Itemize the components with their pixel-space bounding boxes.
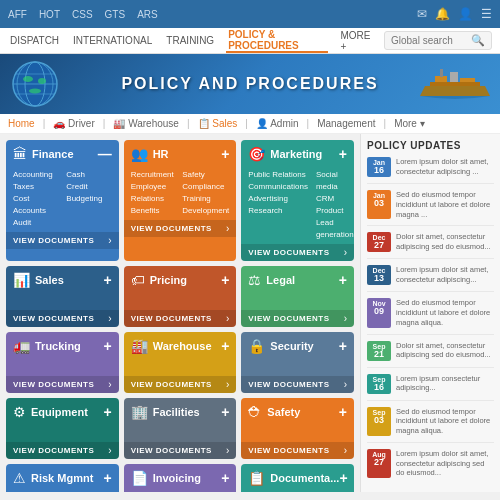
search-icon[interactable]: 🔍 xyxy=(471,34,485,47)
security-footer[interactable]: VIEW DOCUMENTS xyxy=(248,380,329,389)
nav-international[interactable]: INTERNATIONAL xyxy=(71,35,154,46)
trucking-footer[interactable]: VIEW DOCUMENTS xyxy=(13,380,94,389)
trucking-arrow: › xyxy=(108,379,111,390)
svg-rect-13 xyxy=(440,69,443,77)
card-pricing[interactable]: 🏷 Pricing + VIEW DOCUMENTS › xyxy=(124,266,237,327)
card-invoicing[interactable]: 📄 Invoicing + VIEW DOCUMENTS › xyxy=(124,464,237,492)
marketing-toggle[interactable]: + xyxy=(339,147,347,161)
hr-footer[interactable]: VIEW DOCUMENTS xyxy=(131,224,212,233)
nav-more[interactable]: MORE + xyxy=(338,30,374,52)
hero-ship xyxy=(415,64,495,104)
pricing-toggle[interactable]: + xyxy=(221,273,229,287)
card-warehouse[interactable]: 🏭 Warehouse + VIEW DOCUMENTS › xyxy=(124,332,237,393)
breadcrumb-home[interactable]: Home xyxy=(8,118,35,129)
policy-update-5[interactable]: Sep 21 Dolor sit amet, consectetur adipi… xyxy=(367,341,494,368)
policy-update-3[interactable]: Dec 13 Lorem ipsum dolor sit amet, conse… xyxy=(367,265,494,292)
top-nav-gts[interactable]: GTS xyxy=(105,9,126,20)
breadcrumb-warehouse[interactable]: 🏭 Warehouse xyxy=(113,118,179,129)
safety-footer[interactable]: VIEW DOCUMENTS xyxy=(248,446,329,455)
card-equipment[interactable]: ⚙ Equipment + VIEW DOCUMENTS › xyxy=(6,398,119,459)
top-nav-aff[interactable]: AFF xyxy=(8,9,27,20)
documenta-icon: 📋 xyxy=(248,470,265,486)
hero-title: POLICY AND PROCEDURES xyxy=(121,75,378,93)
facilities-footer[interactable]: VIEW DOCUMENTS xyxy=(131,446,212,455)
card-safety[interactable]: ⛑ Safety + VIEW DOCUMENTS › xyxy=(241,398,354,459)
breadcrumb-sep-1: | xyxy=(43,118,46,129)
equipment-toggle[interactable]: + xyxy=(103,405,111,419)
safety-arrow: › xyxy=(344,445,347,456)
policy-update-4[interactable]: Nov 09 Sed do eiusmod tempor incididunt … xyxy=(367,298,494,334)
card-marketing[interactable]: 🎯 Marketing + Public RelationsCommunicat… xyxy=(241,140,354,261)
top-nav-hot[interactable]: HOT xyxy=(39,9,60,20)
nav-training[interactable]: TRAINING xyxy=(164,35,216,46)
marketing-arrow: › xyxy=(344,247,347,258)
facilities-toggle[interactable]: + xyxy=(221,405,229,419)
finance-toggle[interactable]: — xyxy=(98,147,112,161)
breadcrumb-admin[interactable]: 👤 Admin xyxy=(256,118,299,129)
mail-icon[interactable]: ✉ xyxy=(417,7,427,21)
marketing-footer[interactable]: VIEW DOCUMENTS xyxy=(248,248,329,257)
policy-update-8[interactable]: Aug 27 Lorem ipsum dolor sit amet, conse… xyxy=(367,449,494,484)
user-icon[interactable]: 👤 xyxy=(458,7,473,21)
sales-arrow: › xyxy=(108,313,111,324)
documenta-toggle[interactable]: + xyxy=(339,471,347,485)
policy-text-7: Sed do eiusmod tempor incididunt ut labo… xyxy=(396,407,494,436)
breadcrumb-sep-6: | xyxy=(384,118,387,129)
invoicing-toggle[interactable]: + xyxy=(221,471,229,485)
hr-icon: 👥 xyxy=(131,146,148,162)
legal-toggle[interactable]: + xyxy=(339,273,347,287)
warehouse-footer[interactable]: VIEW DOCUMENTS xyxy=(131,380,212,389)
search-input[interactable] xyxy=(391,35,471,46)
top-nav-css[interactable]: CSS xyxy=(72,9,93,20)
finance-arrow: › xyxy=(108,235,111,246)
legal-footer[interactable]: VIEW DOCUMENTS xyxy=(248,314,329,323)
bell-icon[interactable]: 🔔 xyxy=(435,7,450,21)
finance-footer[interactable]: VIEW DOCUMENTS xyxy=(13,236,94,245)
sales-toggle[interactable]: + xyxy=(103,273,111,287)
security-toggle[interactable]: + xyxy=(339,339,347,353)
pricing-footer[interactable]: VIEW DOCUMENTS xyxy=(131,314,212,323)
card-documenta[interactable]: 📋 Documenta... + VIEW DOCUMENTS › xyxy=(241,464,354,492)
documenta-title: Documenta... xyxy=(270,472,339,484)
policy-text-1: Sed do eiusmod tempor incididunt ut labo… xyxy=(396,190,494,219)
marketing-title: Marketing xyxy=(270,148,322,160)
card-sales[interactable]: 📊 Sales + VIEW DOCUMENTS › xyxy=(6,266,119,327)
pricing-title: Pricing xyxy=(150,274,187,286)
svg-marker-10 xyxy=(420,86,490,96)
policy-update-0[interactable]: Jan 16 Lorem ipsum dolor sit amet, conse… xyxy=(367,157,494,184)
menu-icon[interactable]: ☰ xyxy=(481,7,492,21)
breadcrumb-driver[interactable]: 🚗 Driver xyxy=(53,118,94,129)
equipment-footer[interactable]: VIEW DOCUMENTS xyxy=(13,446,94,455)
policy-update-6[interactable]: Sep 16 Lorem ipsum consectetur adipiscin… xyxy=(367,374,494,401)
search-box[interactable]: 🔍 xyxy=(384,31,492,50)
policy-update-2[interactable]: Dec 27 Dolor sit amet, consectetur adipi… xyxy=(367,232,494,259)
sales-footer[interactable]: VIEW DOCUMENTS xyxy=(13,314,94,323)
card-finance[interactable]: 🏛 Finance — AccountingTaxesCost Accounts… xyxy=(6,140,119,261)
breadcrumb-sales[interactable]: 📋 Sales xyxy=(198,118,238,129)
card-facilities[interactable]: 🏢 Facilities + VIEW DOCUMENTS › xyxy=(124,398,237,459)
card-legal[interactable]: ⚖ Legal + VIEW DOCUMENTS › xyxy=(241,266,354,327)
card-hr[interactable]: 👥 HR + RecruitmentEmployee RelationsBene… xyxy=(124,140,237,261)
main-layout: 🏛 Finance — AccountingTaxesCost Accounts… xyxy=(0,134,500,492)
nav-policy[interactable]: POLICY & PROCEDURES xyxy=(226,29,328,53)
top-nav-ars[interactable]: ARS xyxy=(137,9,158,20)
card-security[interactable]: 🔒 Security + VIEW DOCUMENTS › xyxy=(241,332,354,393)
facilities-icon: 🏢 xyxy=(131,404,148,420)
sidebar: POLICY UPDATES Jan 16 Lorem ipsum dolor … xyxy=(360,134,500,492)
risk-toggle[interactable]: + xyxy=(103,471,111,485)
svg-point-8 xyxy=(29,89,41,94)
pricing-arrow: › xyxy=(226,313,229,324)
breadcrumb-more[interactable]: More ▾ xyxy=(394,118,425,129)
policy-update-7[interactable]: Sep 03 Sed do eiusmod tempor incididunt … xyxy=(367,407,494,443)
nav-dispatch[interactable]: DISPATCH xyxy=(8,35,61,46)
breadcrumb-nav: Home | 🚗 Driver | 🏭 Warehouse | 📋 Sales … xyxy=(0,114,500,134)
breadcrumb-sep-5: | xyxy=(307,118,310,129)
hr-toggle[interactable]: + xyxy=(221,147,229,161)
trucking-toggle[interactable]: + xyxy=(103,339,111,353)
breadcrumb-management[interactable]: Management xyxy=(317,118,375,129)
warehouse-toggle[interactable]: + xyxy=(221,339,229,353)
card-risk[interactable]: ⚠ Risk Mgmnt + VIEW DOCUMENTS › xyxy=(6,464,119,492)
card-trucking[interactable]: 🚛 Trucking + VIEW DOCUMENTS › xyxy=(6,332,119,393)
safety-toggle[interactable]: + xyxy=(339,405,347,419)
policy-update-1[interactable]: Jan 03 Sed do eiusmod tempor incididunt … xyxy=(367,190,494,226)
